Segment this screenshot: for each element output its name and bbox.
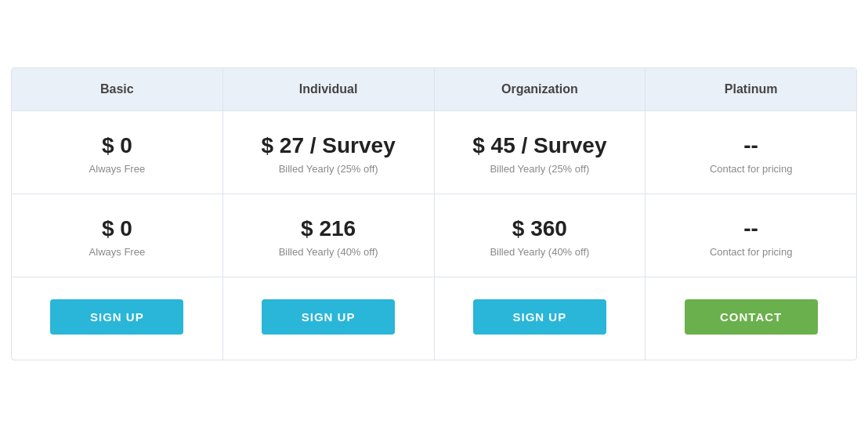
plan-column-organization: Organization$ 45 / SurveyBilled Yearly (… (435, 68, 646, 360)
contact-button-platinum[interactable]: CONTACT (685, 299, 818, 335)
price-block-1-platinum: --Contact for pricing (646, 111, 856, 194)
pricing-table: Basic$ 0Always Free$ 0Always FreeSIGN UP… (11, 67, 857, 360)
price-note-2-basic: Always Free (24, 246, 210, 258)
plan-column-platinum: Platinum--Contact for pricing--Contact f… (646, 68, 856, 360)
price-amount-2-platinum: -- (658, 216, 844, 241)
price-note-1-basic: Always Free (24, 163, 210, 175)
price-amount-2-organization: $ 360 (447, 216, 633, 241)
action-block-organization: SIGN UP (435, 277, 646, 360)
action-block-platinum: CONTACT (646, 277, 856, 360)
price-block-1-individual: $ 27 / SurveyBilled Yearly (25% off) (223, 111, 434, 194)
signup-button-individual[interactable]: SIGN UP (262, 299, 395, 335)
price-block-2-individual: $ 216Billed Yearly (40% off) (223, 194, 434, 277)
signup-button-basic[interactable]: SIGN UP (50, 299, 183, 335)
signup-button-organization[interactable]: SIGN UP (473, 299, 606, 335)
price-amount-1-basic: $ 0 (24, 133, 210, 158)
price-note-2-platinum: Contact for pricing (658, 246, 844, 258)
price-note-2-individual: Billed Yearly (40% off) (236, 246, 421, 258)
price-amount-1-individual: $ 27 / Survey (236, 133, 421, 158)
price-block-2-organization: $ 360Billed Yearly (40% off) (435, 194, 646, 277)
price-block-2-basic: $ 0Always Free (12, 194, 222, 277)
plan-header-platinum: Platinum (646, 68, 856, 111)
price-block-1-organization: $ 45 / SurveyBilled Yearly (25% off) (435, 111, 646, 194)
plan-header-basic: Basic (12, 68, 222, 111)
price-block-2-platinum: --Contact for pricing (646, 194, 856, 277)
action-block-individual: SIGN UP (223, 277, 434, 360)
action-block-basic: SIGN UP (12, 277, 222, 360)
price-amount-2-basic: $ 0 (24, 216, 210, 241)
plan-column-basic: Basic$ 0Always Free$ 0Always FreeSIGN UP (12, 68, 223, 360)
plan-column-individual: Individual$ 27 / SurveyBilled Yearly (25… (223, 68, 435, 360)
plan-header-organization: Organization (435, 68, 646, 111)
price-note-1-platinum: Contact for pricing (658, 163, 844, 175)
price-note-1-organization: Billed Yearly (25% off) (447, 163, 633, 175)
price-amount-1-platinum: -- (658, 133, 844, 158)
price-note-1-individual: Billed Yearly (25% off) (236, 163, 421, 175)
price-amount-2-individual: $ 216 (236, 216, 421, 241)
price-block-1-basic: $ 0Always Free (12, 111, 222, 194)
price-note-2-organization: Billed Yearly (40% off) (447, 246, 633, 258)
price-amount-1-organization: $ 45 / Survey (447, 133, 633, 158)
plan-header-individual: Individual (223, 68, 434, 111)
